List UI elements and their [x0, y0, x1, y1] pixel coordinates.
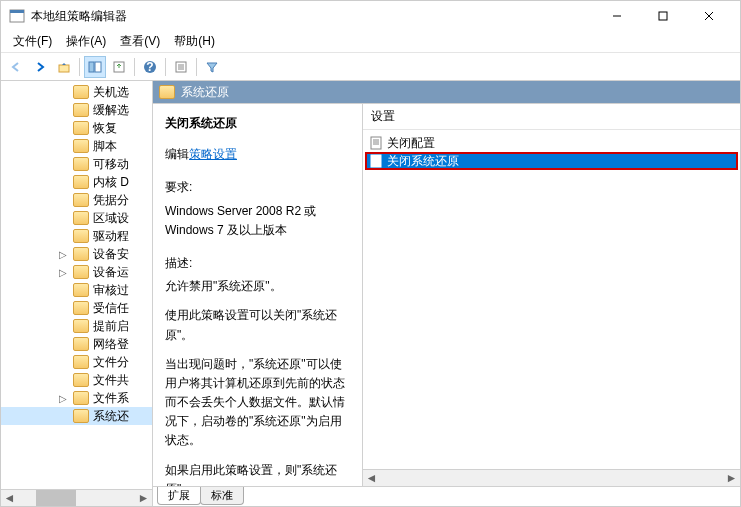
toolbar-separator [79, 58, 80, 76]
tree-item-label: 审核过 [93, 282, 129, 299]
collapse-icon[interactable] [57, 338, 69, 350]
scroll-left-arrow[interactable]: ◄ [1, 490, 18, 507]
collapse-icon[interactable] [57, 86, 69, 98]
tree-item-label: 内核 D [93, 174, 129, 191]
tree-item-label: 关机选 [93, 84, 129, 101]
collapse-icon[interactable] [57, 356, 69, 368]
show-hide-tree-button[interactable] [84, 56, 106, 78]
tree-item[interactable]: ▷设备运 [1, 263, 152, 281]
tree-item[interactable]: 恢复 [1, 119, 152, 137]
setting-item[interactable]: 关闭系统还原 [365, 152, 738, 170]
settings-horizontal-scrollbar[interactable]: ◄ ► [363, 469, 740, 486]
tree-item-label: 设备运 [93, 264, 129, 281]
expand-icon[interactable]: ▷ [57, 266, 69, 278]
collapse-icon[interactable] [57, 122, 69, 134]
tree-item[interactable]: 驱动程 [1, 227, 152, 245]
close-button[interactable] [686, 1, 732, 31]
tree-item[interactable]: 缓解选 [1, 101, 152, 119]
tree-item-label: 提前启 [93, 318, 129, 335]
help-button[interactable]: ? [139, 56, 161, 78]
toolbar: ? [1, 53, 740, 81]
setting-item[interactable]: 关闭配置 [365, 134, 738, 152]
back-button[interactable] [5, 56, 27, 78]
svg-rect-8 [95, 62, 101, 72]
folder-icon [73, 265, 89, 279]
collapse-icon[interactable] [57, 284, 69, 296]
collapse-icon[interactable] [57, 176, 69, 188]
settings-column-header[interactable]: 设置 [363, 104, 740, 130]
folder-icon [73, 157, 89, 171]
folder-icon [73, 193, 89, 207]
edit-policy-link[interactable]: 策略设置 [189, 147, 237, 161]
collapse-icon[interactable] [57, 140, 69, 152]
tab-extended[interactable]: 扩展 [157, 487, 201, 505]
collapse-icon[interactable] [57, 230, 69, 242]
requirements-label: 要求: [165, 178, 350, 197]
tree-item-label: 缓解选 [93, 102, 129, 119]
folder-icon [73, 409, 89, 423]
policy-icon [369, 154, 383, 168]
tree-item[interactable]: 系统还 [1, 407, 152, 425]
svg-rect-16 [371, 137, 381, 149]
tree-item[interactable]: 凭据分 [1, 191, 152, 209]
collapse-icon[interactable] [57, 158, 69, 170]
collapse-icon[interactable] [57, 374, 69, 386]
title-bar: 本地组策略编辑器 [1, 1, 740, 31]
menu-bar: 文件(F) 操作(A) 查看(V) 帮助(H) [1, 31, 740, 53]
description-text: 使用此策略设置可以关闭"系统还原"。 [165, 306, 350, 344]
collapse-icon[interactable] [57, 194, 69, 206]
menu-action[interactable]: 操作(A) [60, 31, 112, 52]
expand-icon[interactable]: ▷ [57, 248, 69, 260]
tree-item[interactable]: 审核过 [1, 281, 152, 299]
svg-rect-3 [659, 12, 667, 20]
collapse-icon[interactable] [57, 320, 69, 332]
maximize-button[interactable] [640, 1, 686, 31]
tree-item-label: 脚本 [93, 138, 117, 155]
navigation-tree[interactable]: 关机选缓解选恢复脚本可移动内核 D凭据分区域设驱动程▷设备安▷设备运审核过受信任… [1, 81, 152, 489]
filter-button[interactable] [201, 56, 223, 78]
forward-button[interactable] [29, 56, 51, 78]
settings-list[interactable]: 关闭配置关闭系统还原 [363, 130, 740, 469]
collapse-icon[interactable] [57, 410, 69, 422]
tree-item-label: 受信任 [93, 300, 129, 317]
tree-item[interactable]: 区域设 [1, 209, 152, 227]
menu-view[interactable]: 查看(V) [114, 31, 166, 52]
tree-item[interactable]: ▷文件系 [1, 389, 152, 407]
export-button[interactable] [108, 56, 130, 78]
properties-button[interactable] [170, 56, 192, 78]
menu-file[interactable]: 文件(F) [7, 31, 58, 52]
expand-icon[interactable]: ▷ [57, 392, 69, 404]
tree-horizontal-scrollbar[interactable]: ◄ ► [1, 489, 152, 506]
minimize-button[interactable] [594, 1, 640, 31]
tree-item-label: 文件系 [93, 390, 129, 407]
collapse-icon[interactable] [57, 212, 69, 224]
tree-item[interactable]: 内核 D [1, 173, 152, 191]
svg-rect-7 [89, 62, 94, 72]
scroll-left-arrow[interactable]: ◄ [363, 470, 380, 487]
scroll-right-arrow[interactable]: ► [723, 470, 740, 487]
tree-item[interactable]: ▷设备安 [1, 245, 152, 263]
folder-icon [73, 211, 89, 225]
settings-pane: 设置 关闭配置关闭系统还原 ◄ ► [363, 104, 740, 486]
tree-item[interactable]: 受信任 [1, 299, 152, 317]
tree-item[interactable]: 文件分 [1, 353, 152, 371]
tree-item[interactable]: 可移动 [1, 155, 152, 173]
tree-item-label: 设备安 [93, 246, 129, 263]
svg-text:?: ? [146, 60, 153, 74]
collapse-icon[interactable] [57, 104, 69, 116]
menu-help[interactable]: 帮助(H) [168, 31, 221, 52]
scroll-right-arrow[interactable]: ► [135, 490, 152, 507]
tree-item[interactable]: 关机选 [1, 83, 152, 101]
tab-standard[interactable]: 标准 [200, 487, 244, 505]
collapse-icon[interactable] [57, 302, 69, 314]
tree-item[interactable]: 文件共 [1, 371, 152, 389]
svg-rect-6 [59, 65, 69, 72]
tree-item[interactable]: 提前启 [1, 317, 152, 335]
tree-item-label: 区域设 [93, 210, 129, 227]
setting-title: 关闭系统还原 [165, 114, 350, 133]
up-button[interactable] [53, 56, 75, 78]
folder-icon [73, 247, 89, 261]
requirements-text: Windows Server 2008 R2 或 Windows 7 及以上版本 [165, 202, 350, 240]
tree-item[interactable]: 网络登 [1, 335, 152, 353]
tree-item[interactable]: 脚本 [1, 137, 152, 155]
